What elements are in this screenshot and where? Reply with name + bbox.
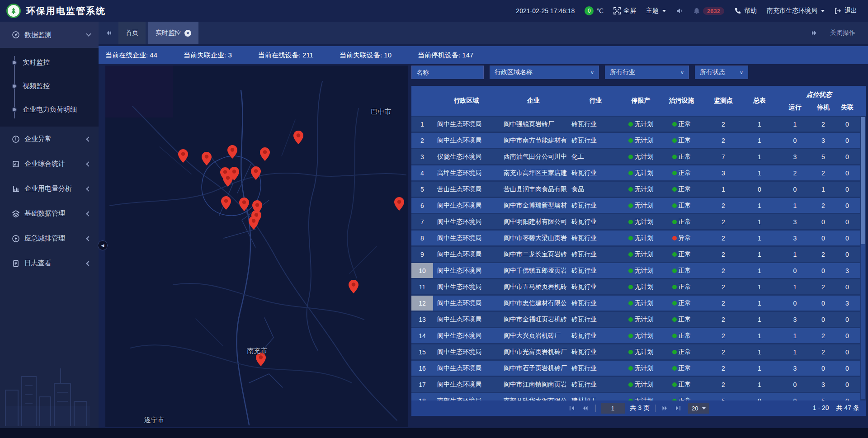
map-pin[interactable] (249, 216, 259, 230)
row-number: 6 (411, 198, 433, 213)
map-pin[interactable] (394, 197, 404, 211)
tab-首页[interactable]: 首页 (118, 22, 146, 44)
table-row[interactable]: 3仪陇生态环境局西南油气田分公司川中化工无计划正常71350 (411, 149, 860, 164)
status-dot-green (628, 203, 633, 208)
chevron-down-icon (702, 407, 706, 410)
help-button[interactable]: 帮助 (734, 7, 757, 15)
sidebar-group-label: 企业用电量分析 (24, 184, 82, 193)
org-menu[interactable]: 南充市生态环境局 (767, 7, 825, 15)
status-dot-green (672, 350, 677, 354)
table-row[interactable]: 2阆中生态环境局阆中市南方节能建材有砖瓦行业无计划正常21030 (411, 133, 860, 148)
map-pin[interactable] (223, 173, 233, 187)
sidebar-item-视频监控[interactable]: 视频监控 (0, 74, 99, 98)
sidebar-group-基础数据管理[interactable]: 基础数据管理 (0, 201, 99, 226)
status-select[interactable]: 所有状态 ∨ (695, 66, 748, 79)
table-row[interactable]: 9阆中生态环境局阆中市二龙长宝页岩砖砖瓦行业无计划正常21120 (411, 247, 860, 262)
map-pin[interactable] (239, 198, 249, 211)
tab-close-icon[interactable]: × (184, 30, 191, 37)
scrollbar-thumb[interactable] (861, 117, 865, 244)
table-row[interactable]: 6阆中生态环境局阆中市金博瑞新型墙材砖瓦行业无计划正常21120 (411, 198, 860, 213)
map-pin[interactable] (178, 149, 188, 163)
tab-实时监控[interactable]: 实时监控× (148, 22, 198, 44)
cell-industry: 砖瓦行业 (567, 202, 624, 210)
status-dot-green (672, 252, 677, 257)
logout-icon (835, 7, 842, 14)
sidebar-group-应急减排管理[interactable]: 应急减排管理 (0, 226, 99, 251)
status-dot-green (672, 334, 677, 338)
cell-company: 南部县砖华水泥有限公 (500, 397, 567, 401)
theme-button[interactable]: 主题 (646, 7, 666, 15)
map-pin[interactable] (202, 152, 212, 165)
cell-pollution-facility: 正常 (658, 218, 705, 226)
map-pin[interactable] (349, 280, 359, 293)
sidebar-item-企业电力负荷明细[interactable]: 企业电力负荷明细 (0, 98, 99, 121)
sidebar-group-数据监测[interactable]: 数据监测 (0, 22, 99, 48)
table-row[interactable]: 7阆中生态环境局阆中明阳建材有限公司砖瓦行业无计划正常21300 (411, 214, 860, 229)
table-header: 行政区域 企业 行业 停限产 治污设施 监测点 总表 点位状态 运行 停机 失联 (411, 86, 866, 116)
last-page-button[interactable] (675, 405, 683, 411)
table-scrollbar[interactable] (861, 117, 865, 399)
cell-running: 1 (778, 121, 812, 128)
page-size-select[interactable]: 20 (688, 403, 709, 414)
sidebar-item-实时监控[interactable]: 实时监控 (0, 51, 99, 74)
sidebar-group-企业综合统计[interactable]: 企业综合统计 (0, 151, 99, 176)
map-pin[interactable] (251, 166, 261, 180)
region-select[interactable]: 行政区域名称 ∨ (490, 66, 599, 79)
cell-region: 高坪生态环境局 (433, 169, 500, 177)
table-row[interactable]: 16阆中生态环境局阆中市石子页岩机砖厂砖瓦行业无计划正常21300 (411, 361, 860, 376)
map-pin[interactable] (293, 131, 303, 144)
page-number-input[interactable] (601, 403, 624, 414)
status-dot-green (672, 268, 677, 273)
cell-stopped: 2 (812, 283, 834, 291)
cell-monitor-points: 2 (705, 267, 741, 274)
first-page-button[interactable] (568, 405, 576, 411)
table-row[interactable]: 8阆中生态环境局阆中市枣碧大梁山页岩砖瓦行业无计划异常21300 (411, 231, 860, 245)
table-row[interactable]: 13阆中生态环境局阆中市金福旺页岩机砖砖瓦行业无计划正常21300 (411, 312, 860, 327)
row-number: 8 (411, 231, 433, 245)
map-collapse-button[interactable]: ◀ (98, 240, 108, 250)
tabs-scroll-right-button[interactable] (808, 22, 820, 44)
cell-disconnected: 0 (834, 283, 860, 291)
tabs-scroll-left-button[interactable] (103, 22, 115, 44)
table-row[interactable]: 11阆中生态环境局阆中市五马桥页岩机砖砖瓦行业无计划正常21120 (411, 279, 860, 294)
sidebar-group-日志查看[interactable]: 日志查看 (0, 251, 99, 276)
map-pin[interactable] (260, 147, 270, 161)
table-row[interactable]: 15阆中生态环境局阆中市光富页岩机砖厂砖瓦行业无计划正常21120 (411, 344, 860, 359)
table-row[interactable]: 17阆中生态环境局阆中市江南镇阆南页岩砖瓦行业无计划正常21030 (411, 377, 860, 392)
cell-total-meter: 1 (741, 349, 778, 356)
table-row[interactable]: 1阆中生态环境局阆中强锐页岩砖厂砖瓦行业无计划正常21120 (411, 117, 860, 132)
sound-button[interactable] (676, 7, 683, 14)
chevron-down-icon (662, 10, 666, 12)
cell-stopped: 2 (812, 251, 834, 258)
table-row[interactable]: 4高坪生态环境局南充市高坪区王家店建砖瓦行业无计划正常31220 (411, 165, 860, 180)
status-dot-green (628, 366, 633, 371)
status-dot-green (628, 187, 633, 192)
next-page-button[interactable] (661, 405, 669, 411)
table-row[interactable]: 5营山生态环境局营山县润丰肉食品有限食品无计划正常10010 (411, 182, 860, 197)
table-row[interactable]: 14阆中生态环境局阆中大兴页岩机砖厂砖瓦行业无计划正常21120 (411, 328, 860, 343)
close-operations-button[interactable]: 关闭操作 (830, 29, 855, 37)
chart-icon (12, 185, 20, 193)
logout-button[interactable]: 退出 (835, 7, 857, 15)
prev-page-button[interactable] (581, 405, 590, 411)
table-row[interactable]: 18南部生态环境局南部县砖华水泥有限公建材加工无计划正常50050 (411, 393, 860, 400)
table-row[interactable]: 12阆中生态环境局阆中市忠信建材有限公砖瓦行业无计划正常21003 (411, 296, 860, 311)
row-number: 2 (411, 133, 433, 148)
fullscreen-button[interactable]: 全屏 (613, 7, 636, 15)
status-dot-green (672, 301, 677, 306)
cell-disconnected: 0 (834, 121, 860, 128)
notifications-button[interactable]: 2632 (693, 7, 724, 15)
table-row[interactable]: 10阆中生态环境局阆中千佛镇五郎垭页岩砖瓦行业无计划正常21003 (411, 263, 860, 278)
map-canvas[interactable]: 巴中市南充市遂宁市 (105, 66, 408, 427)
row-number: 14 (411, 328, 433, 343)
sidebar-group-企业用电量分析[interactable]: 企业用电量分析 (0, 176, 99, 201)
cell-total-meter: 0 (741, 397, 778, 401)
col-group-point-status: 点位状态 (778, 86, 860, 99)
industry-select[interactable]: 所有行业 ∨ (605, 66, 689, 79)
sidebar-group-企业异常[interactable]: 企业异常 (0, 127, 99, 151)
cell-stopped: 2 (812, 202, 834, 209)
cell-monitor-points: 2 (705, 283, 741, 291)
name-search-input[interactable] (411, 66, 484, 79)
map-pin[interactable] (221, 196, 231, 210)
map-pin[interactable] (227, 145, 237, 159)
